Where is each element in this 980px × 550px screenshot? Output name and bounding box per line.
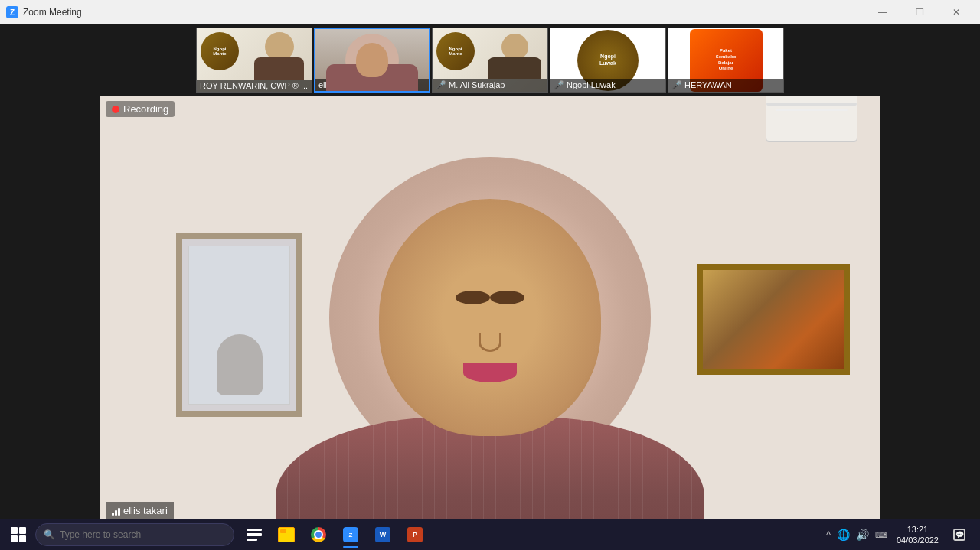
participant-thumbnail[interactable]: NgopiMante ROY RENWARIN, CWP ® ...	[196, 28, 312, 93]
taskbar-app-fileexplorer[interactable]	[271, 520, 302, 549]
recording-dot	[112, 106, 119, 113]
window-title: Zoom Meeting	[23, 7, 82, 18]
participant-video	[315, 29, 429, 91]
room-picture	[697, 264, 850, 375]
search-icon: 🔍	[44, 529, 55, 540]
file-explorer-icon	[278, 527, 295, 542]
minimize-button[interactable]: —	[865, 0, 900, 24]
maximize-button[interactable]: ❐	[902, 0, 937, 24]
participant-thumbnail[interactable]: NgopiLuwak 🎤 Ngopi Luwak	[550, 28, 666, 93]
chrome-icon	[311, 527, 326, 542]
participant-thumbnail[interactable]: NgopiMante 🎤 M. Ali Sukrajap	[432, 28, 548, 93]
powerpoint-icon: P	[407, 527, 423, 542]
speaker-nose	[479, 333, 501, 352]
task-view-icon	[247, 529, 262, 541]
title-bar-controls: — ❐ ✕	[865, 0, 974, 24]
speaker-name-text: ellis takari	[123, 505, 168, 516]
participant-thumbnail[interactable]: ellis takari	[314, 28, 430, 93]
participant-face	[356, 43, 388, 77]
room-ac	[766, 96, 858, 142]
participant-avatar	[254, 32, 304, 78]
taskbar-apps: Z W P	[239, 520, 430, 549]
participant-name: 🎤 HERYAWAN	[668, 79, 783, 92]
participant-name: 🎤 Ngopi Luwak	[550, 79, 665, 92]
taskbar-app-taskview[interactable]	[239, 520, 270, 549]
keyboard-icon[interactable]: ⌨	[875, 530, 887, 540]
speaker-mouth	[463, 363, 517, 382]
speaker-face	[379, 199, 601, 436]
speaker-eye-left	[490, 291, 524, 304]
notification-icon: 💬	[953, 529, 965, 541]
main-speaker-video	[276, 157, 704, 519]
network-icon[interactable]: 🌐	[837, 529, 850, 541]
taskbar-app-powerpoint[interactable]: P	[400, 520, 430, 549]
show-hidden-icons[interactable]: ^	[826, 529, 831, 540]
title-bar-left: Z Zoom Meeting	[6, 6, 82, 18]
zoom-icon: Z	[343, 527, 358, 542]
clock[interactable]: 13:21 04/03/2022	[893, 524, 942, 546]
participant-thumbnail[interactable]: PaketSembakoBelajarOnline 🎤 HERYAWAN	[668, 28, 784, 93]
participant-name: ROY RENWARIN, CWP ® ...	[197, 80, 312, 92]
taskbar-app-word[interactable]: W	[368, 520, 398, 549]
close-button[interactable]: ✕	[939, 0, 974, 24]
participant-strip: NgopiMante ROY RENWARIN, CWP ® ...	[0, 24, 980, 96]
app-icon: Z	[6, 6, 18, 18]
volume-icon[interactable]: 🔊	[856, 529, 869, 541]
participant-name: 🎤 M. Ali Sukrajap	[433, 79, 547, 92]
notification-button[interactable]: 💬	[948, 520, 971, 549]
recording-indicator: Recording	[106, 101, 175, 117]
title-bar: Z Zoom Meeting — ❐ ✕	[0, 0, 980, 24]
signal-icon	[112, 506, 120, 516]
clock-date: 04/03/2022	[897, 535, 939, 545]
taskbar-app-zoom[interactable]: Z	[335, 520, 366, 549]
speaker-eye-right	[456, 291, 490, 304]
system-tray: ^ 🌐 🔊 ⌨ 13:21 04/03/2022 💬	[826, 520, 977, 549]
taskbar-app-chrome[interactable]	[303, 520, 334, 549]
main-content: NgopiMante ROY RENWARIN, CWP ® ...	[0, 24, 980, 519]
start-button[interactable]	[3, 520, 34, 549]
taskbar: 🔍 Z W	[0, 519, 980, 550]
search-bar[interactable]: 🔍	[35, 523, 234, 546]
participant-logo: NgopiMante	[201, 32, 239, 70]
speaker-name-label: ellis takari	[106, 502, 174, 519]
windows-logo-icon	[11, 527, 26, 542]
main-video-area	[100, 96, 880, 519]
clock-time: 13:21	[907, 524, 929, 535]
search-input[interactable]	[60, 529, 198, 540]
word-icon: W	[375, 527, 390, 542]
recording-label: Recording	[123, 103, 168, 115]
